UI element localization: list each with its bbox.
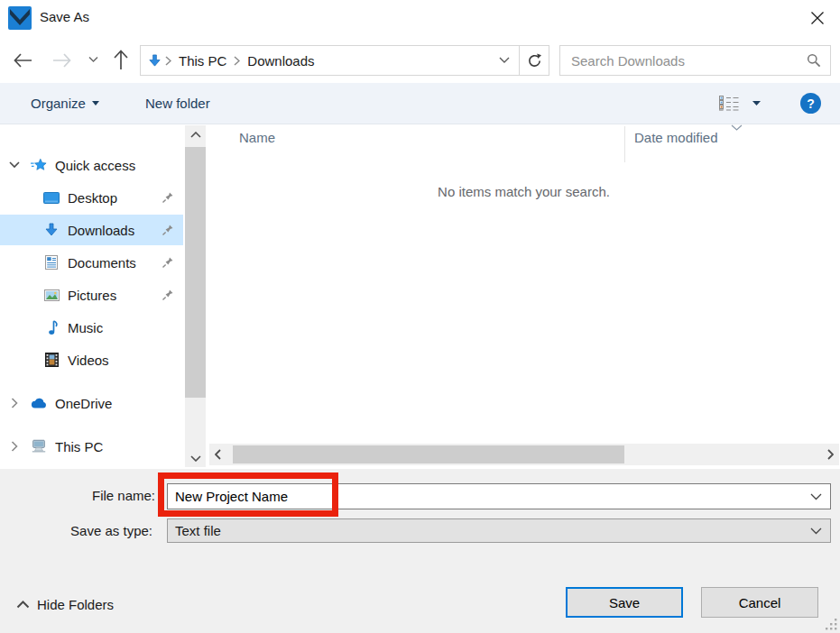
title-bar: Save As [0,0,840,38]
sidebar-item-quick-access[interactable]: Quick access [0,150,183,180]
quick-access-star-icon [31,158,47,172]
hide-folders-label: Hide Folders [37,597,114,612]
organize-label: Organize [31,96,86,111]
save-as-type-label: Save as type: [51,523,152,538]
sidebar-item-label: Videos [68,353,109,368]
dialog-bottom-panel: File name: Save as type: Text file Hide … [0,469,840,633]
list-horizontal-scrollbar[interactable] [209,444,839,465]
pin-icon [162,256,174,269]
pin-icon [162,191,174,204]
sidebar-item-label: Quick access [55,158,135,173]
downloads-folder-icon [148,54,162,68]
help-glyph: ? [807,96,815,111]
sidebar-item-label: Music [68,320,103,335]
pictures-icon [43,289,60,301]
back-button[interactable] [12,50,33,71]
file-name-dropdown-chevron-icon[interactable] [810,493,830,500]
navigation-bar: This PC Downloads [0,38,840,83]
sidebar-item-label: Downloads [68,223,134,238]
search-box [559,45,831,76]
sidebar-item-label: Pictures [68,288,116,303]
resize-grip[interactable] [826,619,837,630]
documents-icon [43,255,60,270]
sidebar-item-downloads[interactable]: Downloads [0,215,183,245]
column-divider[interactable] [624,126,625,162]
desktop-icon [43,192,60,204]
sidebar-item-onedrive[interactable]: OneDrive [0,388,183,418]
videos-icon [43,353,60,367]
sidebar-item-videos[interactable]: Videos [0,344,183,375]
breadcrumb-downloads[interactable]: Downloads [244,53,318,69]
organize-caret-icon [92,101,99,106]
details-view-icon[interactable] [719,96,740,111]
app-icon [8,6,32,30]
sidebar-item-documents[interactable]: Documents [0,247,183,278]
this-pc-icon [31,439,47,454]
breadcrumb-separator-icon [165,56,171,66]
empty-state-message: No items match your search. [208,184,840,199]
scroll-right-icon[interactable] [827,449,834,460]
organize-menu-button[interactable]: Organize [25,83,105,124]
save-as-type-dropdown[interactable]: Text file [167,518,831,543]
new-folder-button[interactable]: New folder [140,83,216,124]
scroll-up-icon[interactable] [185,125,206,143]
file-name-input[interactable] [168,489,810,504]
refresh-icon [527,53,542,69]
cancel-button[interactable]: Cancel [701,587,818,618]
file-name-combobox [167,483,831,509]
pin-icon [162,289,174,301]
search-icon[interactable] [807,53,821,68]
recent-locations-chevron-icon[interactable] [88,56,98,63]
breadcrumb-separator-icon [234,56,240,66]
address-breadcrumb-bar[interactable]: This PC Downloads [140,45,520,76]
horizontal-scrollbar-thumb[interactable] [233,445,624,463]
help-button[interactable]: ? [800,93,821,114]
pin-icon [162,224,174,236]
chevron-right-icon[interactable] [7,441,22,452]
sidebar-item-label: This PC [55,439,103,454]
save-as-type-chevron-icon [810,528,830,535]
column-header-date-modified[interactable]: Date modified [634,130,718,145]
sidebar-item-label: Desktop [68,190,117,206]
sidebar-item-desktop[interactable]: Desktop [0,182,183,213]
music-note-icon [43,320,60,335]
window-title: Save As [40,9,89,24]
save-as-dialog: Save As This PC [0,0,840,633]
onedrive-cloud-icon [31,398,47,409]
refresh-button[interactable] [519,45,549,76]
up-button[interactable] [111,48,131,71]
hide-folders-button[interactable]: Hide Folders [11,596,119,613]
close-button[interactable] [797,0,838,36]
close-icon [810,11,825,25]
new-folder-label: New folder [145,96,210,111]
search-input[interactable] [569,52,807,69]
vertical-scrollbar-thumb[interactable] [185,147,206,398]
navigation-pane: Quick access Desktop Downloads [0,124,208,469]
sidebar-item-this-pc[interactable]: This PC [0,431,183,462]
file-list: Name Date modified No items match your s… [208,124,840,469]
downloads-icon [43,223,60,237]
sidebar-item-pictures[interactable]: Pictures [0,280,183,310]
content-area: Quick access Desktop Downloads [0,124,840,469]
sort-direction-chevron-icon[interactable] [731,124,743,131]
address-dropdown-chevron-icon[interactable] [499,57,512,64]
forward-button-disabled[interactable] [51,50,73,71]
file-name-label: File name: [54,488,155,503]
sidebar-item-label: Documents [68,255,136,271]
breadcrumb-this-pc[interactable]: This PC [175,53,230,69]
sidebar-vertical-scrollbar[interactable] [185,125,206,467]
chevron-right-icon[interactable] [7,398,22,408]
column-header-name[interactable]: Name [239,130,275,145]
save-button[interactable]: Save [566,587,683,618]
sidebar-item-label: OneDrive [55,396,112,411]
save-as-type-value: Text file [175,523,221,538]
scroll-down-icon[interactable] [185,449,206,467]
scroll-left-icon[interactable] [215,449,221,460]
command-toolbar: Organize New folder ? [0,83,840,124]
chevron-down-icon[interactable] [7,161,22,169]
view-options-caret-icon[interactable] [752,101,761,106]
sidebar-item-music[interactable]: Music [0,312,183,343]
chevron-up-icon [16,601,30,609]
